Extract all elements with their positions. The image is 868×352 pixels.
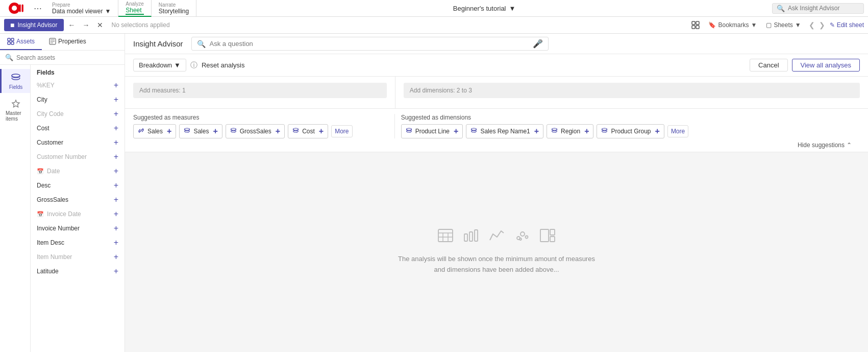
- hide-suggestions-btn[interactable]: Hide suggestions ⌃: [798, 142, 852, 149]
- chip-add-btn[interactable]: +: [167, 127, 171, 136]
- chip-add-btn[interactable]: +: [534, 127, 539, 136]
- field-item[interactable]: Invoice Number+: [31, 221, 125, 236]
- nav-analyze[interactable]: Analyze Sheet: [118, 0, 152, 17]
- svg-rect-32: [475, 230, 478, 241]
- chip-add-btn[interactable]: +: [319, 127, 324, 136]
- info-btn[interactable]: ⓘ: [190, 61, 197, 70]
- chip-add-btn[interactable]: +: [213, 127, 217, 136]
- field-item[interactable]: Desc+: [31, 178, 125, 193]
- chip-add-btn[interactable]: +: [454, 127, 458, 136]
- field-add-btn[interactable]: +: [114, 81, 118, 90]
- measure-chip[interactable]: Cost+: [288, 124, 328, 138]
- field-add-btn[interactable]: +: [114, 209, 118, 219]
- field-item[interactable]: 📅Date+: [31, 164, 125, 178]
- breakdown-btn[interactable]: Breakdown ▼: [133, 59, 186, 72]
- dimension-chip[interactable]: Product Group+: [597, 124, 664, 138]
- selection-forward-btn[interactable]: →: [80, 20, 92, 30]
- field-item[interactable]: City Code+: [31, 107, 125, 121]
- insight-advisor-button[interactable]: ■ Insight Advisor: [4, 19, 64, 31]
- field-add-btn[interactable]: +: [114, 95, 118, 104]
- field-add-btn[interactable]: +: [114, 124, 118, 133]
- field-item[interactable]: Customer Number+: [31, 150, 125, 164]
- app-title[interactable]: Beginner's tutorial ▼: [196, 5, 772, 12]
- dimension-chip[interactable]: Sales Rep Name1+: [466, 124, 543, 138]
- chip-label: GrossSales: [240, 128, 271, 135]
- field-item[interactable]: GrossSales+: [31, 193, 125, 207]
- prev-sheet-btn[interactable]: ❮: [807, 21, 816, 29]
- qlik-logo-svg: [8, 3, 27, 14]
- sheets-icon: ▢: [766, 21, 772, 29]
- field-add-btn[interactable]: +: [114, 195, 118, 204]
- breakdown-chevron: ▼: [174, 61, 181, 69]
- reset-analysis-btn[interactable]: Reset analysis: [202, 61, 245, 69]
- next-sheet-btn[interactable]: ❯: [817, 21, 827, 29]
- field-add-btn[interactable]: +: [114, 181, 118, 190]
- bookmarks-btn[interactable]: 🔖 Bookmarks ▼: [705, 20, 760, 30]
- search-assets-input[interactable]: [16, 54, 119, 61]
- sheets-btn[interactable]: ▢ Sheets ▼: [763, 20, 804, 30]
- microphone-btn[interactable]: 🎤: [533, 39, 543, 49]
- field-item[interactable]: 📅Invoice Date+: [31, 207, 125, 221]
- more-menu-btn[interactable]: ⋯: [31, 4, 45, 13]
- ask-insight-input[interactable]: [788, 5, 859, 12]
- bookmark-icon: 🔖: [708, 21, 716, 29]
- field-item[interactable]: City+: [31, 92, 125, 107]
- insight-search-bar[interactable]: 🔍 🎤: [191, 37, 549, 51]
- chip-add-btn[interactable]: +: [584, 127, 589, 136]
- field-item-name: GrossSales: [37, 196, 68, 203]
- hide-chevron: ⌃: [847, 142, 852, 149]
- clear-selections-btn[interactable]: ✕: [94, 20, 106, 30]
- dimensions-more-btn[interactable]: More: [667, 125, 688, 137]
- suggestions-area: Suggested as measures Sales+Sales+GrossS…: [125, 109, 868, 152]
- field-item-name: Invoice Number: [37, 225, 80, 232]
- field-add-btn[interactable]: +: [114, 224, 118, 233]
- chip-add-btn[interactable]: +: [276, 127, 280, 136]
- view-all-analyses-btn[interactable]: View all analyses: [792, 59, 860, 72]
- treemap-icon: [540, 229, 555, 246]
- grid-icon: [691, 21, 700, 29]
- insight-search-input[interactable]: [210, 40, 529, 48]
- field-item-name: Item Number: [37, 253, 72, 261]
- dimension-chip[interactable]: Product Line+: [401, 124, 463, 138]
- field-add-btn[interactable]: +: [114, 152, 118, 161]
- field-add-btn[interactable]: +: [114, 138, 118, 147]
- measure-chip[interactable]: GrossSales+: [226, 124, 285, 138]
- field-item-name: Cost: [37, 125, 49, 132]
- field-add-btn[interactable]: +: [114, 252, 118, 262]
- measure-chip[interactable]: Sales+: [179, 124, 222, 138]
- svg-rect-9: [11, 38, 14, 41]
- properties-tab[interactable]: Properties: [42, 34, 93, 50]
- field-item[interactable]: %KEY+: [31, 78, 125, 92]
- field-item[interactable]: Item Number+: [31, 250, 125, 264]
- field-add-btn[interactable]: +: [114, 167, 118, 176]
- selection-back-btn[interactable]: ←: [66, 20, 78, 30]
- fields-nav-btn[interactable]: Fields: [0, 69, 30, 93]
- measure-chip[interactable]: Sales+: [133, 124, 176, 138]
- nav-prepare[interactable]: Prepare Data model viewer ▼: [45, 0, 118, 17]
- fields-nav-label: Fields: [9, 84, 23, 90]
- field-add-btn[interactable]: +: [114, 238, 118, 247]
- master-items-nav-btn[interactable]: Master items: [0, 95, 30, 125]
- cancel-btn[interactable]: Cancel: [750, 59, 787, 72]
- grid-view-btn[interactable]: [689, 20, 702, 30]
- field-add-btn[interactable]: +: [114, 267, 118, 276]
- field-item[interactable]: Cost+: [31, 121, 125, 135]
- field-item[interactable]: Latitude+: [31, 264, 125, 278]
- dimension-chip[interactable]: Region+: [547, 124, 593, 138]
- chip-label: Sales: [147, 128, 163, 135]
- field-add-btn[interactable]: +: [114, 109, 118, 119]
- chip-add-btn[interactable]: +: [655, 127, 660, 136]
- field-item[interactable]: Item Desc+: [31, 236, 125, 250]
- chip-icon: [406, 127, 412, 135]
- measures-suggestions: Suggested as measures Sales+Sales+GrossS…: [133, 114, 395, 138]
- measures-more-btn[interactable]: More: [331, 125, 352, 137]
- svg-rect-10: [8, 42, 10, 44]
- svg-point-18: [185, 128, 190, 130]
- field-item[interactable]: Customer+: [31, 135, 125, 150]
- edit-sheet-btn[interactable]: ✎ Edit sheet: [830, 21, 864, 29]
- qlik-logo[interactable]: [4, 3, 31, 14]
- nav-narrate[interactable]: Narrate Storytelling: [152, 0, 196, 17]
- svg-rect-39: [550, 237, 555, 242]
- ask-insight-search[interactable]: 🔍: [772, 3, 864, 14]
- assets-tab[interactable]: Assets: [0, 34, 42, 50]
